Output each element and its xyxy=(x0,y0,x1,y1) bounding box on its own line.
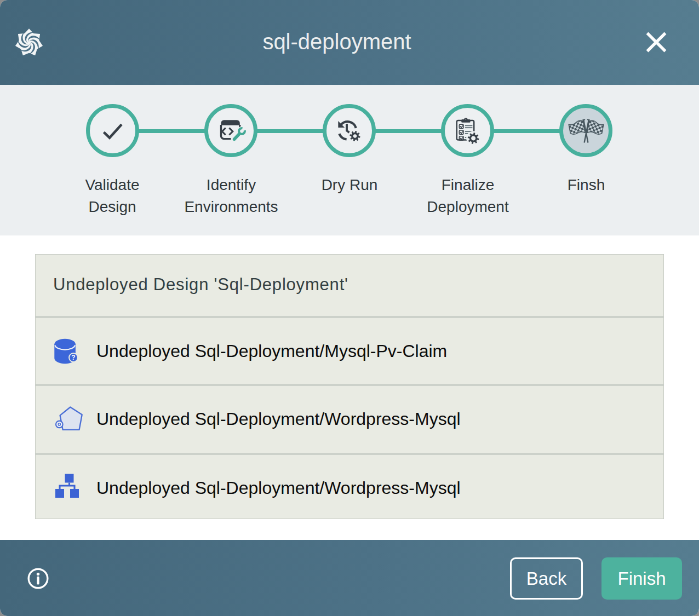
svg-text:?: ? xyxy=(71,354,75,361)
